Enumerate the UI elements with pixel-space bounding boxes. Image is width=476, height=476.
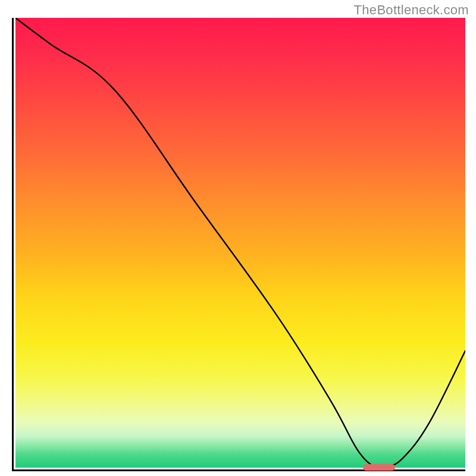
watermark-text: TheBottleneck.com <box>354 2 469 18</box>
curve-path <box>15 18 465 468</box>
optimal-range-marker <box>363 464 394 471</box>
chart-frame <box>12 18 465 471</box>
bottleneck-curve <box>15 18 465 468</box>
